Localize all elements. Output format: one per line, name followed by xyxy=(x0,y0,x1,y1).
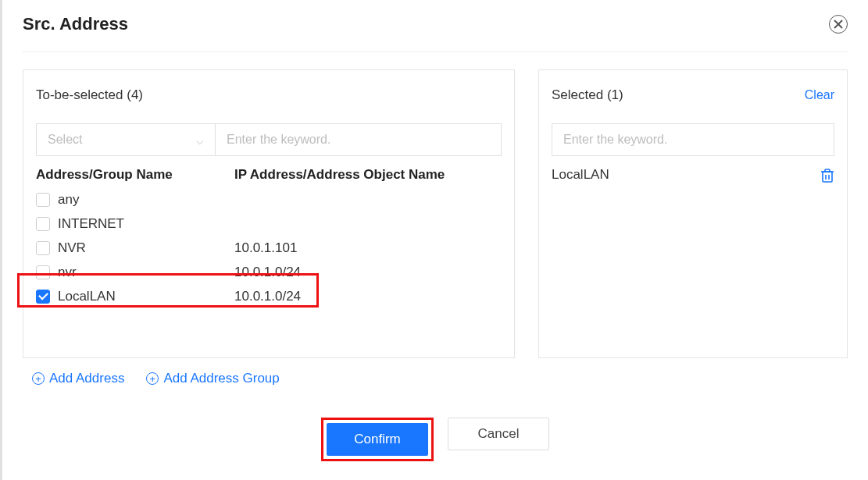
close-icon xyxy=(834,20,843,29)
col-address-name: Address/Group Name xyxy=(36,167,234,183)
add-address-group-link[interactable]: + Add Address Group xyxy=(146,371,279,386)
selected-item-name: LocalLAN xyxy=(552,167,609,183)
row-checkbox[interactable] xyxy=(36,217,50,231)
confirm-button[interactable]: Confirm xyxy=(327,423,428,456)
row-name: nvr xyxy=(58,265,234,280)
type-select[interactable]: Select ⌵ xyxy=(36,123,216,156)
delete-button[interactable] xyxy=(820,168,834,182)
selected-keyword-input[interactable] xyxy=(552,123,834,156)
table-row: LocalLAN 10.0.1.0/24 xyxy=(36,284,502,308)
src-address-modal: Src. Address To-be-selected (4) Select ⌵… xyxy=(2,0,868,477)
to-be-selected-title: To-be-selected (4) xyxy=(36,87,143,103)
row-name: any xyxy=(58,192,234,208)
col-ip: IP Address/Address Object Name xyxy=(234,167,502,183)
to-be-selected-header: To-be-selected (4) xyxy=(36,87,502,103)
highlight-box: Confirm xyxy=(321,418,434,461)
row-name: INTERNET xyxy=(58,216,234,232)
table-header: Address/Group Name IP Address/Address Ob… xyxy=(36,167,502,183)
cancel-button[interactable]: Cancel xyxy=(448,418,549,450)
row-checkbox[interactable] xyxy=(36,241,50,255)
row-checkbox[interactable] xyxy=(36,290,50,304)
to-be-selected-panel: To-be-selected (4) Select ⌵ Address/Grou… xyxy=(23,69,515,358)
type-select-placeholder: Select xyxy=(48,133,82,147)
plus-icon: + xyxy=(32,372,45,385)
close-button[interactable] xyxy=(829,15,848,34)
row-ip: 10.0.1.0/24 xyxy=(234,265,502,280)
selected-panel: Selected (1) Clear LocalLAN xyxy=(538,69,848,358)
add-links: + Add Address + Add Address Group xyxy=(23,371,848,386)
footer: Confirm Cancel xyxy=(23,418,848,461)
table-row: any xyxy=(36,187,502,212)
row-name: LocalLAN xyxy=(58,289,234,304)
add-address-link[interactable]: + Add Address xyxy=(32,371,124,386)
filter-row: Select ⌵ xyxy=(36,123,502,156)
table-row: INTERNET xyxy=(36,212,502,236)
add-group-label: Add Address Group xyxy=(163,371,279,386)
svg-rect-2 xyxy=(823,172,832,182)
row-ip: 10.0.1.101 xyxy=(234,240,502,256)
keyword-input[interactable] xyxy=(216,123,502,156)
row-ip: 10.0.1.0/24 xyxy=(234,289,502,304)
selected-header: Selected (1) Clear xyxy=(552,87,834,103)
row-checkbox[interactable] xyxy=(36,265,50,279)
selected-title: Selected (1) xyxy=(552,87,623,103)
modal-header: Src. Address xyxy=(23,0,848,52)
chevron-down-icon: ⌵ xyxy=(196,133,204,148)
row-name: NVR xyxy=(58,240,234,256)
row-checkbox[interactable] xyxy=(36,193,50,207)
plus-icon: + xyxy=(146,372,159,385)
selected-item: LocalLAN xyxy=(552,165,834,184)
modal-title: Src. Address xyxy=(23,14,128,34)
table-row: nvr 10.0.1.0/24 xyxy=(36,260,502,284)
table-row: NVR 10.0.1.101 xyxy=(36,236,502,260)
clear-link[interactable]: Clear xyxy=(805,88,834,102)
panels: To-be-selected (4) Select ⌵ Address/Grou… xyxy=(23,69,848,358)
trash-icon xyxy=(820,168,834,183)
add-address-label: Add Address xyxy=(49,371,124,386)
